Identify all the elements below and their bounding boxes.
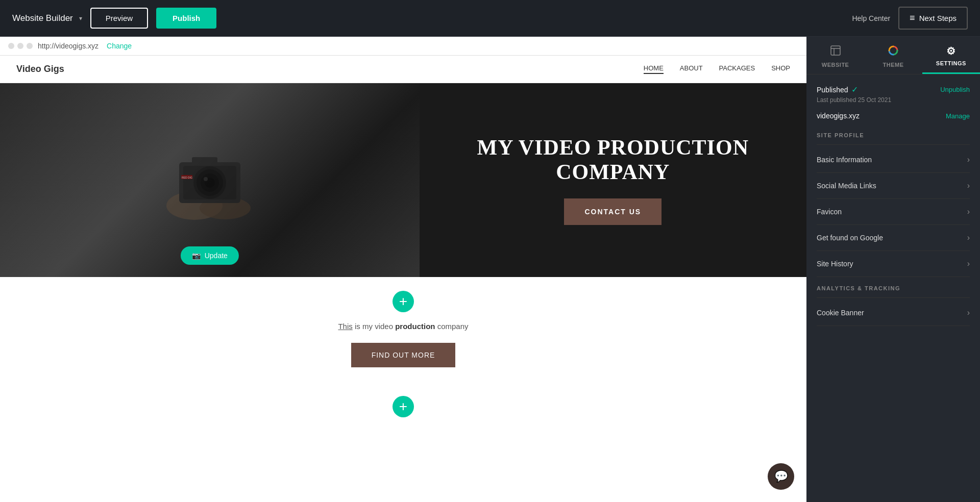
website-tab-label: WEBSITE xyxy=(822,62,849,68)
menu-label-site-history: Site History xyxy=(817,260,853,268)
main-layout: http://videogigs.xyz Change Video Gigs H… xyxy=(0,37,980,502)
panel-tabs: WEBSITE THEME ⚙ SETTINGS xyxy=(806,37,980,74)
website-tab-icon xyxy=(830,45,841,59)
dot-yellow xyxy=(17,43,23,49)
published-status: Published ✓ xyxy=(817,85,858,94)
browser-url: http://videogigs.xyz xyxy=(38,42,99,50)
menu-label-social-media: Social Media Links xyxy=(817,182,876,190)
add-section-area-1: + xyxy=(0,277,806,302)
update-button[interactable]: 📷 Update xyxy=(181,246,239,265)
camera-svg: RED DIG xyxy=(164,139,256,221)
chevron-favicon: › xyxy=(967,207,970,216)
brand-chevron: ▾ xyxy=(79,15,82,22)
add-section-area-2: + xyxy=(0,388,806,425)
next-steps-button[interactable]: ≡ Next Steps xyxy=(898,7,968,30)
menu-item-social-media[interactable]: Social Media Links › xyxy=(817,173,970,199)
menu-label-google: Get found on Google xyxy=(817,234,883,242)
chevron-social-media: › xyxy=(967,181,970,190)
theme-tab-label: THEME xyxy=(883,62,903,68)
menu-label-favicon: Favicon xyxy=(817,208,842,216)
next-steps-icon: ≡ xyxy=(910,13,915,23)
svg-text:RED DIG: RED DIG xyxy=(182,176,192,179)
add-section-button-2[interactable]: + xyxy=(393,396,414,417)
settings-tab-label: SETTINGS xyxy=(936,60,966,66)
dot-red xyxy=(8,43,14,49)
menu-item-cookie-banner[interactable]: Cookie Banner › xyxy=(817,300,970,326)
nav-home[interactable]: HOME xyxy=(644,64,664,74)
menu-label-cookie-banner: Cookie Banner xyxy=(817,309,864,317)
content-paragraph: This is my video production company xyxy=(16,322,790,331)
find-out-more-button[interactable]: FIND OUT MORE xyxy=(351,343,456,367)
menu-item-google[interactable]: Get found on Google › xyxy=(817,225,970,251)
settings-tab-icon: ⚙ xyxy=(946,45,956,57)
menu-item-site-history[interactable]: Site History › xyxy=(817,251,970,277)
menu-item-basic-information[interactable]: Basic Information › xyxy=(817,147,970,173)
svg-rect-9 xyxy=(192,157,217,165)
browser-change-link[interactable]: Change xyxy=(107,42,132,50)
dot-green xyxy=(27,43,33,49)
domain-row: videogigs.xyz Manage xyxy=(817,112,970,120)
status-row: Published ✓ Unpublish xyxy=(817,85,970,94)
chat-icon: 💬 xyxy=(774,470,788,483)
last-published-text: Last published 25 Oct 2021 xyxy=(817,96,970,104)
panel-content: Published ✓ Unpublish Last published 25 … xyxy=(806,74,980,502)
tab-settings[interactable]: ⚙ SETTINGS xyxy=(922,37,980,74)
browser-dots xyxy=(8,43,33,49)
content-section: This is my video production company FIND… xyxy=(0,302,806,388)
site-logo: Video Gigs xyxy=(16,64,64,74)
svg-point-8 xyxy=(204,177,208,181)
hero-content: MY VIDEO PRODUCTION COMPANY CONTACT US xyxy=(420,83,806,277)
brand-logo[interactable]: Website Builder ▾ xyxy=(12,13,82,23)
brand-name: Website Builder xyxy=(12,13,73,23)
content-mid: is my video xyxy=(355,322,395,331)
preview-button[interactable]: Preview xyxy=(90,8,148,29)
topbar: Website Builder ▾ Preview Publish Help C… xyxy=(0,0,980,37)
canvas-area: http://videogigs.xyz Change Video Gigs H… xyxy=(0,37,806,502)
domain-text: videogigs.xyz xyxy=(817,112,860,120)
hero-image: RED DIG 📷 Update xyxy=(0,83,420,277)
menu-label-basic-information: Basic Information xyxy=(817,156,872,164)
tab-theme[interactable]: THEME xyxy=(864,37,922,74)
analytics-label: ANALYTICS & TRACKING xyxy=(817,285,970,298)
publish-button[interactable]: Publish xyxy=(156,8,216,29)
chevron-cookie-banner: › xyxy=(967,308,970,317)
right-panel: WEBSITE THEME ⚙ SETTINGS Published ✓ xyxy=(806,37,980,502)
site-nav: Video Gigs HOME ABOUT PACKAGES SHOP xyxy=(0,56,806,83)
add-section-button-1[interactable]: + xyxy=(393,291,414,312)
help-center-link[interactable]: Help Center xyxy=(852,14,890,22)
menu-item-favicon[interactable]: Favicon › xyxy=(817,199,970,225)
hero-title: MY VIDEO PRODUCTION COMPANY xyxy=(420,135,806,185)
update-camera-icon: 📷 xyxy=(192,252,201,260)
next-steps-label: Next Steps xyxy=(919,14,957,22)
website-preview: Video Gigs HOME ABOUT PACKAGES SHOP xyxy=(0,56,806,502)
chevron-google: › xyxy=(967,233,970,242)
theme-tab-icon xyxy=(888,45,899,59)
nav-shop[interactable]: SHOP xyxy=(771,64,790,74)
chat-bubble-button[interactable]: 💬 xyxy=(768,463,794,490)
this-link[interactable]: This xyxy=(338,322,352,331)
contact-us-button[interactable]: CONTACT US xyxy=(564,198,662,225)
browser-chrome: http://videogigs.xyz Change xyxy=(0,37,806,56)
published-label: Published xyxy=(817,86,848,94)
update-label: Update xyxy=(205,252,228,260)
content-bold: production xyxy=(395,322,435,331)
chevron-basic-information: › xyxy=(967,155,970,164)
hero-section: RED DIG 📷 Update MY VIDEO PRODUCTION COM… xyxy=(0,83,806,277)
site-profile-label: SITE PROFILE xyxy=(817,132,970,145)
tab-website[interactable]: WEBSITE xyxy=(806,37,864,74)
manage-link[interactable]: Manage xyxy=(946,112,970,120)
chevron-site-history: › xyxy=(967,259,970,268)
site-nav-links: HOME ABOUT PACKAGES SHOP xyxy=(644,64,790,74)
nav-packages[interactable]: PACKAGES xyxy=(719,64,755,74)
svg-rect-12 xyxy=(831,46,840,55)
unpublish-link[interactable]: Unpublish xyxy=(940,86,970,93)
check-icon: ✓ xyxy=(851,85,858,94)
nav-about[interactable]: ABOUT xyxy=(680,64,703,74)
content-suffix: company xyxy=(437,322,469,331)
